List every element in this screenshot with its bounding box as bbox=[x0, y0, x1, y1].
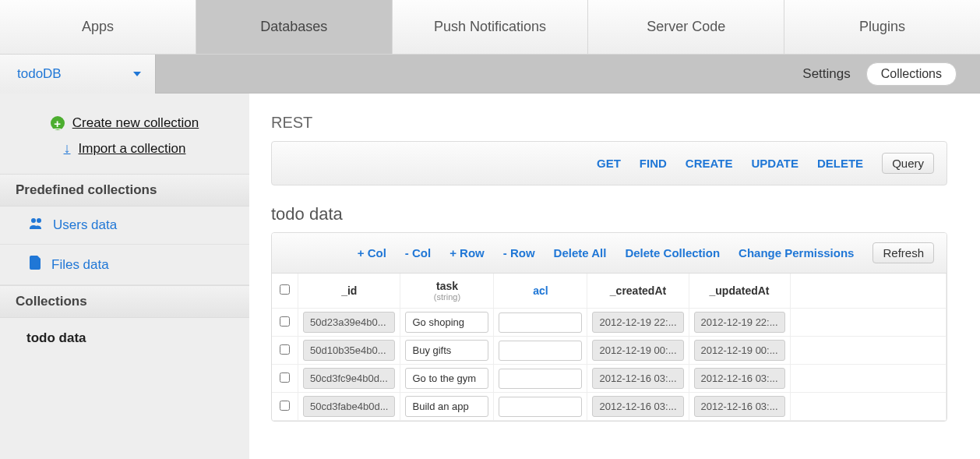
cell-task[interactable]: Go to the gym bbox=[405, 368, 488, 389]
rest-toolbar: GET FIND CREATE UPDATE DELETE Query bbox=[271, 141, 947, 185]
col-header-id[interactable]: _id bbox=[298, 274, 400, 309]
cell-task[interactable]: Build an app bbox=[405, 396, 488, 417]
sidebar-item-label: Users data bbox=[53, 217, 117, 233]
files-icon bbox=[30, 256, 42, 274]
data-table: + Col - Col + Row - Row Delete All Delet… bbox=[271, 232, 947, 422]
sidebar-item-todo-data[interactable]: todo data bbox=[0, 318, 249, 358]
arrow-down-icon: ↓ bbox=[64, 140, 71, 157]
cell-acl[interactable] bbox=[499, 341, 582, 361]
sidebar-item-label: todo data bbox=[26, 330, 86, 345]
collections-header: Collections bbox=[0, 285, 249, 318]
create-collection-button[interactable]: + Create new collection bbox=[0, 111, 249, 136]
del-col-button[interactable]: - Col bbox=[405, 246, 431, 260]
chevron-down-icon bbox=[133, 72, 141, 76]
tab-push-notifications[interactable]: Push Notifications bbox=[393, 0, 589, 54]
tab-databases[interactable]: Databases bbox=[196, 0, 393, 54]
cell-acl[interactable] bbox=[499, 397, 582, 417]
collections-link[interactable]: Collections bbox=[866, 62, 957, 86]
cell-id[interactable]: 50cd3fabe4b0d... bbox=[303, 396, 395, 417]
change-permissions-button[interactable]: Change Permissions bbox=[739, 246, 854, 260]
import-collection-label: Import a collection bbox=[79, 141, 186, 157]
table-row: 50cd3fc9e4b0d...Go to the gym2012-12-16 … bbox=[272, 365, 947, 393]
cell-id[interactable]: 50d10b35e4b0... bbox=[303, 340, 395, 361]
del-row-button[interactable]: - Row bbox=[503, 246, 535, 260]
settings-link[interactable]: Settings bbox=[802, 66, 850, 82]
query-button[interactable]: Query bbox=[882, 153, 934, 174]
sidebar-item-users-data[interactable]: Users data bbox=[0, 207, 249, 245]
table-header-row: _id task (string) acl _createdAt _update… bbox=[272, 274, 947, 309]
top-tabs: Apps Databases Push Notifications Server… bbox=[0, 0, 980, 55]
plus-circle-icon: + bbox=[51, 116, 65, 130]
delete-all-button[interactable]: Delete All bbox=[554, 246, 607, 260]
add-row-button[interactable]: + Row bbox=[449, 246, 485, 260]
database-name: todoDB bbox=[17, 66, 62, 82]
col-header-task[interactable]: task (string) bbox=[400, 274, 494, 309]
table-row: 50cd3fabe4b0d...Build an app2012-12-16 0… bbox=[272, 393, 947, 421]
rest-title: REST bbox=[271, 114, 947, 132]
sidebar: + Create new collection ↓ Import a colle… bbox=[0, 94, 249, 459]
database-selector[interactable]: todoDB bbox=[0, 55, 156, 94]
rest-get[interactable]: GET bbox=[597, 157, 621, 170]
cell-acl[interactable] bbox=[499, 369, 582, 389]
tab-plugins[interactable]: Plugins bbox=[784, 0, 980, 54]
users-icon bbox=[30, 217, 44, 233]
sidebar-item-label: Files data bbox=[51, 257, 109, 273]
sidebar-item-files-data[interactable]: Files data bbox=[0, 245, 249, 285]
rest-create[interactable]: CREATE bbox=[686, 157, 733, 170]
cell-updated[interactable]: 2012-12-16 03:... bbox=[694, 368, 785, 389]
col-header-created[interactable]: _createdAt bbox=[587, 274, 689, 309]
main-content: REST GET FIND CREATE UPDATE DELETE Query… bbox=[249, 94, 980, 459]
col-header-updated[interactable]: _updatedAt bbox=[689, 274, 790, 309]
table-row: 50d23a39e4b0...Go shoping2012-12-19 22:.… bbox=[272, 309, 947, 337]
refresh-button[interactable]: Refresh bbox=[872, 242, 934, 263]
cell-created[interactable]: 2012-12-19 00:... bbox=[592, 340, 683, 361]
cell-acl[interactable] bbox=[499, 312, 582, 333]
rest-find[interactable]: FIND bbox=[640, 157, 667, 170]
cell-task[interactable]: Buy gifts bbox=[405, 340, 488, 361]
cell-created[interactable]: 2012-12-16 03:... bbox=[592, 396, 683, 417]
cell-created[interactable]: 2012-12-19 22:... bbox=[592, 312, 683, 333]
table-row: 50d10b35e4b0...Buy gifts2012-12-19 00:..… bbox=[272, 337, 947, 365]
tab-apps[interactable]: Apps bbox=[0, 0, 196, 54]
add-col-button[interactable]: + Col bbox=[358, 246, 386, 260]
row-checkbox[interactable] bbox=[280, 401, 290, 411]
table-toolbar: + Col - Col + Row - Row Delete All Delet… bbox=[272, 233, 947, 274]
table-title: todo data bbox=[271, 204, 947, 224]
import-collection-button[interactable]: ↓ Import a collection bbox=[0, 136, 249, 161]
cell-updated[interactable]: 2012-12-19 00:... bbox=[694, 340, 785, 361]
rest-delete[interactable]: DELETE bbox=[817, 157, 863, 170]
select-all-checkbox[interactable] bbox=[280, 284, 290, 295]
cell-updated[interactable]: 2012-12-19 22:... bbox=[694, 312, 785, 333]
row-checkbox[interactable] bbox=[280, 372, 290, 383]
rest-update[interactable]: UPDATE bbox=[751, 157, 798, 170]
cell-updated[interactable]: 2012-12-16 03:... bbox=[694, 396, 785, 417]
row-checkbox[interactable] bbox=[280, 344, 290, 355]
sub-bar: todoDB Settings Collections bbox=[0, 55, 980, 94]
col-header-empty bbox=[790, 274, 946, 309]
tab-server-code[interactable]: Server Code bbox=[588, 0, 784, 54]
cell-id[interactable]: 50cd3fc9e4b0d... bbox=[303, 368, 395, 389]
create-collection-label: Create new collection bbox=[72, 115, 199, 131]
predefined-collections-header: Predefined collections bbox=[0, 174, 249, 207]
delete-collection-button[interactable]: Delete Collection bbox=[625, 246, 720, 260]
col-header-acl[interactable]: acl bbox=[494, 274, 587, 309]
cell-created[interactable]: 2012-12-16 03:... bbox=[592, 368, 683, 389]
cell-id[interactable]: 50d23a39e4b0... bbox=[303, 312, 395, 333]
cell-task[interactable]: Go shoping bbox=[405, 312, 488, 333]
row-checkbox[interactable] bbox=[280, 316, 290, 327]
